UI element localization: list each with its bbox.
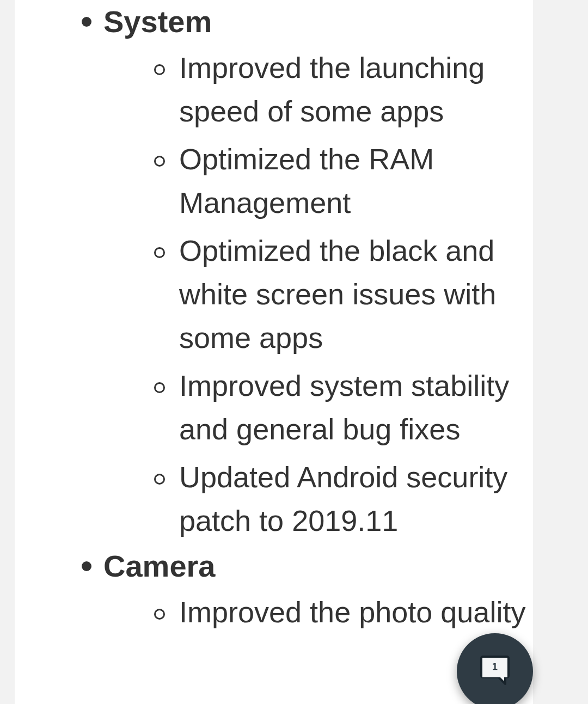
section-title: Camera — [103, 549, 215, 583]
list-item-text: Optimized the RAM Management — [179, 143, 434, 219]
bullet-disc-icon — [82, 17, 91, 27]
list-item: Optimized the RAM Management — [15, 135, 533, 226]
svg-marker-1 — [498, 676, 505, 684]
section-items: Improved the launching speed of some app… — [15, 44, 533, 544]
list-item: Improved system stability and general bu… — [15, 362, 533, 453]
section-header-row: Camera — [15, 544, 533, 588]
list-item-text: Improved the photo quality — [179, 596, 525, 628]
content-card: System Improved the launching speed of s… — [15, 0, 533, 704]
scroll-to-comments-button[interactable]: 1 — [457, 633, 533, 704]
list-item: Updated Android security patch to 2019.1… — [15, 453, 533, 544]
bullet-circle-icon — [154, 156, 165, 167]
section-header-row: System — [15, 0, 533, 44]
bullet-circle-icon — [154, 247, 165, 258]
changelog-list: System Improved the launching speed of s… — [15, 0, 533, 636]
changelog-section-system: System Improved the launching speed of s… — [15, 0, 533, 544]
list-item: Optimized the black and white screen iss… — [15, 226, 533, 362]
list-item: Improved the launching speed of some app… — [15, 44, 533, 135]
bullet-disc-icon — [82, 561, 91, 571]
comment-count-badge: 1 — [492, 661, 498, 672]
list-item: Improved the photo quality — [15, 588, 533, 636]
list-item-text: Updated Android security patch to 2019.1… — [179, 461, 507, 537]
list-item-text: Improved the launching speed of some app… — [179, 51, 485, 127]
changelog-section-camera: Camera Improved the photo quality — [15, 544, 533, 636]
comment-icon: 1 — [476, 652, 514, 690]
list-item-text: Improved system stability and general bu… — [179, 369, 509, 445]
bullet-circle-icon — [154, 474, 165, 485]
section-items: Improved the photo quality — [15, 588, 533, 636]
svg-rect-2 — [482, 674, 507, 677]
bullet-circle-icon — [154, 382, 165, 393]
bullet-circle-icon — [154, 64, 165, 75]
list-item-text: Optimized the black and white screen iss… — [179, 234, 496, 354]
section-title: System — [103, 4, 212, 39]
bullet-circle-icon — [154, 609, 165, 620]
